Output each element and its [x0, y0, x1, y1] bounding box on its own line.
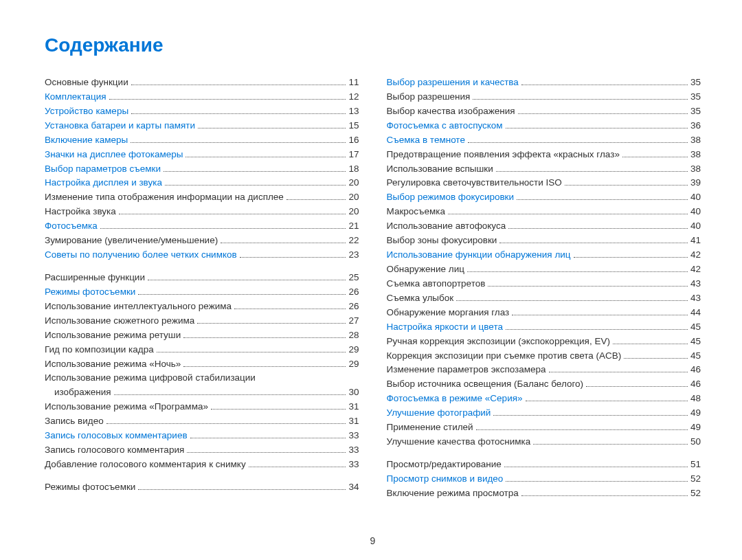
toc-leader-dots [286, 199, 346, 200]
toc-entry-label: Настройка звука [45, 205, 116, 219]
toc-entry-page: 41 [690, 234, 701, 248]
toc-entry: Выбор разрешения35 [387, 90, 701, 104]
toc-entry-page: 13 [348, 104, 359, 119]
toc-leader-dots [622, 157, 688, 157]
toc-leader-dots [549, 372, 688, 372]
toc-entry-label: Обнаружение моргания глаз [387, 306, 510, 320]
toc-entry-page: 23 [348, 248, 359, 262]
toc-entry-page: 20 [348, 205, 359, 219]
toc-entry: Настройка звука20 [45, 205, 359, 219]
toc-leader-dots [234, 309, 346, 309]
toc-leader-dots [131, 142, 346, 143]
toc-entry[interactable]: Настройка яркости и цвета45 [387, 320, 701, 335]
toc-entry: Изменение типа отображения информации на… [45, 190, 359, 205]
toc-entry-page: 34 [348, 480, 359, 495]
toc-entry: Коррекция экспозиции при съемке против с… [387, 349, 701, 363]
toc-leader-dots [504, 467, 688, 467]
toc-entry-label: Применение стилей [387, 421, 473, 435]
toc-entry[interactable]: Запись голосовых комментариев33 [45, 429, 359, 443]
toc-leader-dots [114, 394, 346, 395]
toc-entry-label: Предотвращение появления эффекта «красны… [387, 148, 620, 162]
toc-col-right: Выбор разрешения и качества35Выбор разре… [387, 76, 701, 528]
toc-entry-page: 49 [690, 421, 701, 435]
toc-entry-page: 49 [690, 406, 701, 421]
toc-entry-label: Запись голосового комментария [45, 443, 184, 458]
toc-leader-dots [506, 481, 688, 482]
toc-entry-page: 48 [690, 392, 701, 406]
toc-entry-label: Использование автофокуса [387, 219, 506, 234]
toc-leader-dots [186, 157, 346, 157]
toc-entry-page: 28 [348, 328, 359, 343]
toc-entry[interactable]: Просмотр снимков и видео52 [387, 472, 701, 486]
toc-entry[interactable]: Настройка дисплея и звука20 [45, 176, 359, 190]
toc-entry-label: Выбор режимов фокусировки [387, 190, 515, 205]
toc-entry-label: Использование сюжетного режима [45, 314, 194, 328]
toc-entry-page: 46 [690, 363, 701, 377]
toc-entry[interactable]: Выбор режимов фокусировки40 [387, 190, 701, 205]
toc-entry-label: Фотосъемка с автоспуском [387, 119, 503, 133]
toc-entry-page: 33 [348, 443, 359, 458]
toc-entry-label: Зумирование (увеличение/уменьшение) [45, 234, 218, 248]
toc-entry-label: Устройство камеры [45, 104, 128, 119]
toc-leader-dots [249, 467, 346, 467]
toc-entry-page: 40 [690, 205, 701, 219]
toc-entry[interactable]: Улучшение фотографий49 [387, 406, 701, 421]
toc-entry-page: 52 [690, 472, 701, 486]
toc-entry-page: 26 [348, 285, 359, 300]
toc-entry[interactable]: Выбор параметров съемки18 [45, 162, 359, 177]
toc-leader-dots [467, 271, 688, 272]
toc-entry[interactable]: Значки на дисплее фотокамеры17 [45, 148, 359, 162]
toc-entry-label: изображения [54, 385, 111, 400]
toc-entry-label: Выбор зоны фокусировки [387, 234, 497, 248]
toc-entry-label: Установка батареи и карты памяти [45, 119, 195, 133]
toc-leader-dots [506, 329, 688, 330]
toc-entry[interactable]: Устройство камеры13 [45, 104, 359, 119]
toc-entry-label: Комплектация [45, 90, 106, 104]
toc-entry-label: Использование вспышки [387, 162, 493, 177]
page-number: 9 [45, 535, 701, 546]
toc-entry[interactable]: Советы по получению более четких снимков… [45, 248, 359, 262]
toc-entry-label: Использование режима ретуши [45, 328, 181, 343]
toc-entry-page: 31 [348, 414, 359, 429]
toc-entry-label: Коррекция экспозиции при съемке против с… [387, 349, 622, 363]
toc-entry[interactable]: Использование функции обнаружения лиц42 [387, 248, 701, 262]
toc-entry-label: Обнаружение лиц [387, 262, 464, 277]
toc-entry-label: Съемка улыбок [387, 291, 454, 306]
toc-entry-page: 29 [348, 343, 359, 357]
toc-entry: Предотвращение появления эффекта «красны… [387, 148, 701, 162]
toc-entry-label: Фотосъемка [45, 219, 98, 234]
toc-leader-dots [197, 323, 346, 324]
toc-entry[interactable]: Съемка в темноте38 [387, 133, 701, 148]
toc-leader-dots [240, 257, 346, 258]
toc-entry[interactable]: Включение камеры16 [45, 133, 359, 148]
toc-entry-page: 38 [690, 148, 701, 162]
toc-entry[interactable]: Фотосъемка с автоспуском36 [387, 119, 701, 133]
toc-entry-label: Съемка автопортретов [387, 277, 486, 291]
toc-entry: Использование режима «Программа»31 [45, 400, 359, 414]
toc-entry-page: 21 [348, 219, 359, 234]
toc-entry: Использование режима цифровой стабилизац… [45, 371, 359, 385]
toc-leader-dots [131, 113, 346, 114]
toc-leader-dots [521, 495, 688, 496]
toc-entry: Гид по композиции кадра29 [45, 343, 359, 357]
toc-entry[interactable]: Режимы фотосъемки26 [45, 285, 359, 300]
toc-entry-label: Выбор разрешения и качества [387, 76, 519, 90]
toc-entry-label: Добавление голосового комментария к сним… [45, 458, 246, 472]
toc-leader-dots [517, 199, 688, 200]
toc-entry[interactable]: Комплектация12 [45, 90, 359, 104]
toc-leader-dots [148, 280, 346, 280]
toc-entry[interactable]: Фотосъемка21 [45, 219, 359, 234]
toc-entry-label: Выбор качества изображения [387, 104, 515, 119]
toc-entry: Съемка автопортретов43 [387, 277, 701, 291]
toc-leader-dots [448, 214, 688, 214]
toc-entry[interactable]: Выбор разрешения и качества35 [387, 76, 701, 90]
toc-entry: Добавление голосового комментария к сним… [45, 458, 359, 472]
toc-entry-label: Основные функции [45, 76, 128, 90]
toc-entry: Применение стилей49 [387, 421, 701, 435]
page-title: Содержание [45, 34, 701, 56]
toc-entry: Выбор качества изображения35 [387, 104, 701, 119]
toc-entry-label: Расширенные функции [45, 271, 145, 285]
toc-entry[interactable]: Фотосъемка в режиме «Серия»48 [387, 392, 701, 406]
toc-leader-dots [157, 352, 346, 352]
toc-entry[interactable]: Установка батареи и карты памяти15 [45, 119, 359, 133]
